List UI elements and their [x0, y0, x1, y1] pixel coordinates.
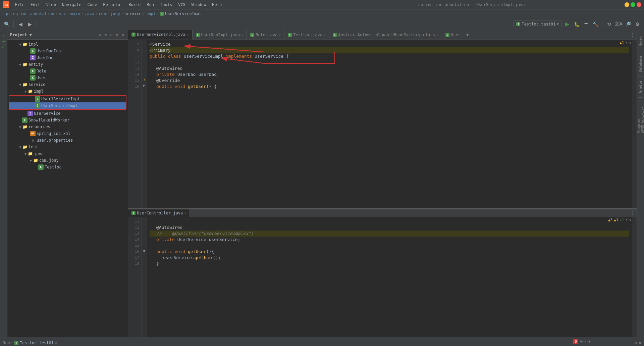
tab-close-userserviceimpl[interactable]: × [187, 33, 189, 37]
run-button[interactable]: ▶ [563, 20, 571, 28]
split-editor-btn[interactable]: ⋮ [629, 211, 637, 215]
top-scroll-gutter[interactable] [632, 40, 637, 208]
menu-vcs[interactable]: VCS [175, 2, 188, 8]
menu-navigate[interactable]: Navigate [59, 2, 84, 8]
tab-abstract[interactable]: C AbstractAutowireCapableBeanFactory.cla… [329, 30, 442, 40]
run-config-tab[interactable]: T Testloc.test01 × [14, 341, 57, 345]
translate-button[interactable]: 文A [614, 20, 623, 28]
close-button[interactable] [637, 2, 641, 7]
tree-item-user[interactable]: C User [7, 75, 128, 81]
tab-role[interactable]: C Role.java × [247, 30, 284, 40]
gradle-tab[interactable]: Gradle [639, 79, 642, 95]
debug-button[interactable]: 🐛 [573, 20, 581, 28]
settings-button[interactable]: ⚙ [633, 20, 641, 28]
tree-item-props[interactable]: ⚙ user.properties [7, 137, 128, 144]
tree-item-service[interactable]: ▼ 📁 service [7, 81, 128, 88]
panel-add[interactable]: ⊕ [98, 32, 102, 38]
tab-userserviceimpl[interactable]: C UserServiceImpl.java × [128, 30, 193, 40]
menu-refactor[interactable]: Refactor [100, 2, 125, 8]
run-settings-btn[interactable]: ⚙ [635, 341, 637, 345]
tab-close-userdaoimpl[interactable]: × [241, 33, 243, 37]
toolbar-search-btn[interactable]: 🔍 [3, 20, 11, 28]
tree-item-userdaoimpl[interactable]: C UserDaoImpl [7, 48, 128, 54]
tree-item-userservice[interactable]: I UserService [7, 110, 128, 117]
toolbar-forward-btn[interactable]: ▶ [26, 20, 34, 28]
bottom-scroll-gutter[interactable] [632, 217, 637, 337]
tree-item-service-impl[interactable]: ▼ 📁 impl [7, 88, 128, 95]
menu-run[interactable]: Run [144, 2, 157, 8]
panel-sort[interactable]: ≡ [103, 32, 108, 38]
tree-item-testloc[interactable]: C Testloc [7, 164, 128, 170]
code-line-12 [150, 59, 629, 65]
find-button[interactable]: 🔎 [624, 20, 632, 28]
menu-tools[interactable]: Tools [157, 2, 175, 8]
run-hide-btn[interactable]: × [639, 341, 641, 345]
tree-item-entity[interactable]: ▼ 📁 entity [7, 61, 128, 68]
vcs-button[interactable]: ⟲ [605, 20, 613, 28]
tree-item-resources[interactable]: ▼ 📁 resources [7, 123, 128, 130]
menu-help[interactable]: Help [209, 2, 224, 8]
lang-indicator: 英 [580, 339, 583, 344]
menu-build[interactable]: Build [126, 2, 143, 8]
menu-window[interactable]: Window [189, 2, 209, 8]
tree-item-test[interactable]: ▼ 📁 test [7, 144, 128, 150]
build-button[interactable]: 🔨 [591, 20, 599, 28]
database-tab[interactable]: Database [639, 54, 642, 74]
menubar: IJ File Edit View Navigate Code Refactor… [0, 0, 644, 9]
tree-item-impl[interactable]: ▼ 📁 impl [7, 41, 128, 48]
tab-label-userdaoimpl: UserDaoImpl.java [201, 33, 240, 37]
tree-item-userdao[interactable]: I UserDao [7, 54, 128, 61]
override-icon: ↑ [143, 78, 145, 81]
run-config-selector[interactable]: T Testloc.test01 ▼ [513, 20, 562, 28]
tab-usercontroller[interactable]: C UserController.java × [128, 209, 190, 217]
bc-service[interactable]: service [124, 11, 142, 16]
minimize-button[interactable] [625, 2, 629, 7]
maven-tab[interactable]: Maven [639, 33, 642, 50]
bc-com[interactable]: com [99, 11, 106, 16]
bc-java[interactable]: java [85, 11, 94, 16]
tree-item-java[interactable]: ▼ 📁 java [7, 150, 128, 157]
bc-src[interactable]: src [59, 11, 66, 16]
tree-item-userserviceimpl[interactable]: C UserServiceImpl [9, 102, 126, 109]
bot-code-line-14: private UserService userService; [150, 237, 629, 243]
bc-main[interactable]: main [70, 11, 80, 16]
menu-code[interactable]: Code [85, 2, 100, 8]
tree-item-user1serviceimpl[interactable]: C User1ServiceImpl [9, 96, 126, 102]
tree-item-comjony[interactable]: ▼ 📁 com.jony [7, 157, 128, 164]
panel-hide[interactable]: × [121, 32, 125, 38]
bpmn-tab[interactable]: BPMN-Activity-Diagram [637, 100, 644, 133]
top-code-content[interactable]: @Service @Primary public class UserServi… [147, 40, 632, 208]
tree-item-role[interactable]: C Role [7, 68, 128, 75]
tab-close-role[interactable]: × [279, 33, 281, 37]
toolbar-back-btn[interactable]: ◀ [16, 20, 24, 28]
left-sidebar-icons: Project [0, 30, 7, 337]
run-tab-close[interactable]: × [55, 341, 57, 345]
menu-edit[interactable]: Edit [28, 2, 43, 8]
tab-userdaoimpl[interactable]: C UserDaoImpl.java × [193, 30, 247, 40]
top-icon-gutter: ↑ ▶ [142, 40, 147, 208]
tab-close-usercontroller[interactable]: × [184, 211, 186, 215]
bottom-code-content[interactable]: @Autowired // @Qualifier("userServiceImp… [147, 217, 632, 337]
editor-settings-btn[interactable]: ⋮ [629, 33, 637, 37]
tabs-overflow[interactable]: ▼ [464, 33, 471, 37]
code-line-10: @Primary [150, 47, 629, 53]
bc-class[interactable]: UserServiceImpl [165, 11, 201, 16]
tab-testloc[interactable]: C Testloc.java × [284, 30, 329, 40]
tab-close-abstract[interactable]: × [436, 33, 438, 37]
coverage-button[interactable]: ☂ [582, 20, 590, 28]
menu-view[interactable]: View [44, 2, 59, 8]
tab-close-testloc[interactable]: × [324, 33, 326, 37]
bottom-panel: Run: T Testloc.test01 × ⚙ × ▶ ✓ ⊘ ↕ ↧ ≡ … [0, 337, 644, 346]
editor-metrics-top: ▲1 ∧ ∨ [620, 41, 632, 45]
bc-impl[interactable]: impl [146, 11, 156, 16]
panel-collapse[interactable]: ⊟ [109, 32, 113, 38]
menu-file[interactable]: File [12, 2, 27, 8]
maximize-button[interactable] [631, 2, 635, 7]
project-icon[interactable]: Project [0, 32, 7, 52]
tab-user[interactable]: C User [442, 30, 464, 40]
panel-settings[interactable]: ⚙ [115, 32, 119, 38]
tree-item-snowflake[interactable]: C SnowflakeIdWorker [7, 117, 128, 123]
bc-project[interactable]: spring-ioc-annotation [3, 11, 54, 16]
tree-item-xml[interactable]: XML spring_ioc.xml [7, 130, 128, 137]
bc-jony[interactable]: jony [110, 11, 120, 16]
